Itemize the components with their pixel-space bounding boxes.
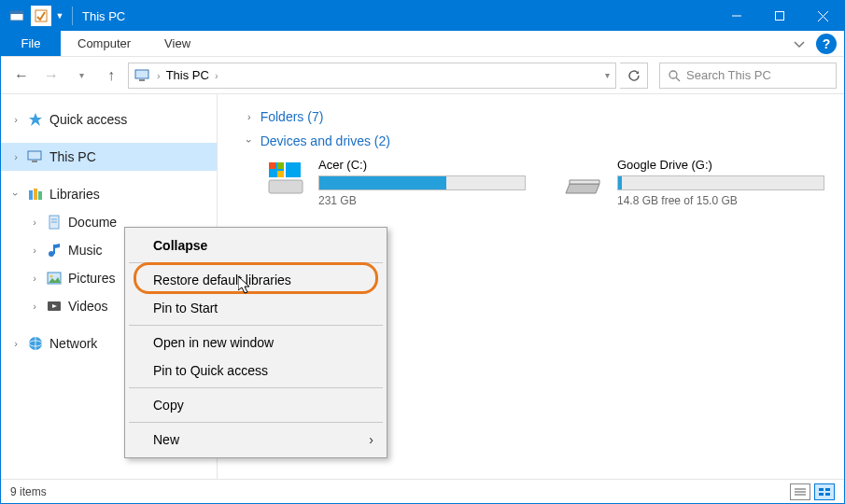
menu-new[interactable]: New›: [127, 426, 385, 454]
drive-item[interactable]: Google Drive (G:) 14.8 GB free of 15.0 G…: [563, 158, 824, 207]
expand-icon[interactable]: ›: [10, 151, 21, 162]
menu-label: New: [153, 432, 179, 447]
tree-label: Music: [68, 243, 103, 258]
tab-computer[interactable]: Computer: [61, 31, 148, 56]
svg-point-9: [669, 71, 677, 78]
drive-free-text: 231 GB: [318, 194, 526, 207]
maximize-button[interactable]: [758, 1, 801, 31]
menu-pin-quick-access[interactable]: Pin to Quick access: [127, 357, 385, 385]
qat-properties-icon[interactable]: [31, 6, 51, 26]
chevron-right-icon[interactable]: ›: [247, 111, 251, 122]
drive-name: Acer (C:): [318, 158, 526, 172]
group-count: 7: [312, 109, 319, 124]
forward-button[interactable]: →: [38, 63, 64, 89]
group-folders[interactable]: › Folders (7): [247, 109, 825, 124]
expand-icon[interactable]: ›: [29, 273, 40, 284]
address-bar[interactable]: › This PC › ▾: [128, 63, 616, 89]
svg-rect-15: [38, 191, 42, 200]
help-button[interactable]: ?: [816, 34, 837, 54]
pc-icon: [27, 148, 44, 165]
svg-rect-12: [32, 161, 37, 162]
menu-open-new-window[interactable]: Open in new window: [127, 329, 385, 357]
view-large-icons-button[interactable]: [814, 483, 835, 500]
pictures-icon: [46, 270, 63, 287]
drive-usage-bar: [318, 175, 526, 190]
svg-rect-32: [269, 171, 275, 177]
group-count: 2: [379, 133, 387, 148]
status-bar: 9 items: [1, 479, 844, 503]
svg-rect-7: [135, 70, 148, 78]
svg-rect-4: [776, 12, 784, 21]
explorer-icon: [7, 5, 29, 27]
menu-collapse[interactable]: Collapse: [127, 231, 385, 259]
chevron-right-icon[interactable]: ›: [157, 70, 161, 81]
chevron-down-icon[interactable]: ›: [244, 139, 255, 143]
address-dropdown-icon[interactable]: ▾: [605, 70, 610, 80]
recent-dropdown-icon[interactable]: ▾: [68, 63, 94, 89]
tree-this-pc[interactable]: › This PC: [1, 143, 217, 171]
tree-libraries[interactable]: › Libraries: [1, 180, 217, 208]
menu-pin-to-start[interactable]: Pin to Start: [127, 294, 385, 322]
title-bar: ▼ This PC: [1, 1, 844, 31]
tree-label: Quick access: [49, 112, 127, 127]
svg-point-22: [50, 275, 53, 278]
expand-icon[interactable]: ›: [29, 301, 40, 312]
window-title: This PC: [82, 9, 125, 23]
collapse-icon[interactable]: ›: [10, 189, 21, 200]
expand-icon[interactable]: ›: [10, 114, 21, 125]
svg-rect-38: [825, 488, 830, 491]
qat-dropdown-icon[interactable]: ▼: [53, 5, 66, 27]
search-placeholder: Search This PC: [686, 68, 771, 82]
minimize-button[interactable]: [715, 1, 758, 31]
documents-icon: [46, 214, 63, 231]
expand-icon[interactable]: ›: [29, 217, 40, 228]
up-button[interactable]: ↑: [98, 63, 124, 89]
search-box[interactable]: Search This PC: [659, 63, 837, 89]
group-label: Devices and drives: [261, 133, 371, 148]
svg-rect-31: [277, 162, 284, 169]
group-devices[interactable]: › Devices and drives (2): [247, 133, 825, 148]
libraries-icon: [27, 186, 44, 203]
expand-icon[interactable]: ›: [10, 338, 21, 349]
network-icon: [27, 335, 44, 352]
search-icon: [668, 69, 681, 82]
drive-name: Google Drive (G:): [617, 158, 824, 172]
svg-rect-14: [34, 189, 37, 200]
ribbon-expand-icon[interactable]: [794, 31, 810, 56]
back-button[interactable]: ←: [8, 63, 35, 89]
menu-restore-default-libraries[interactable]: Restore default libraries: [127, 266, 385, 294]
drive-usage-bar: [617, 175, 824, 190]
tree-label: Pictures: [68, 271, 116, 286]
drive-os-icon: [264, 161, 307, 199]
tab-view[interactable]: View: [148, 31, 207, 56]
tree-label: Network: [49, 336, 97, 351]
view-details-button[interactable]: [790, 483, 810, 500]
expand-icon[interactable]: ›: [29, 245, 40, 256]
file-tab[interactable]: File: [1, 31, 61, 56]
svg-rect-40: [825, 493, 830, 496]
close-button[interactable]: [801, 1, 844, 31]
svg-rect-37: [819, 488, 824, 491]
refresh-button[interactable]: [620, 63, 648, 89]
tree-label: This PC: [49, 149, 96, 164]
drive-free-text: 14.8 GB free of 15.0 GB: [617, 194, 824, 207]
chevron-right-icon[interactable]: ›: [215, 70, 218, 81]
tree-label: Libraries: [49, 187, 100, 202]
group-label: Folders: [261, 109, 304, 124]
videos-icon: [46, 298, 63, 315]
tree-label: Videos: [68, 299, 108, 314]
drive-item[interactable]: Acer (C:) 231 GB: [264, 158, 526, 207]
svg-rect-30: [269, 162, 275, 169]
status-item-count: 9 items: [10, 485, 47, 498]
svg-rect-20: [53, 245, 55, 254]
svg-rect-8: [139, 79, 145, 81]
drive-icon: [563, 161, 606, 199]
breadcrumb-location[interactable]: This PC: [166, 68, 209, 82]
menu-copy[interactable]: Copy: [127, 391, 385, 419]
svg-rect-27: [269, 180, 303, 193]
tree-quick-access[interactable]: › Quick access: [1, 105, 217, 133]
pc-icon: [134, 69, 151, 82]
ribbon: File Computer View ?: [1, 31, 844, 57]
context-menu: Collapse Restore default libraries Pin t…: [124, 227, 387, 458]
svg-line-10: [676, 77, 680, 81]
